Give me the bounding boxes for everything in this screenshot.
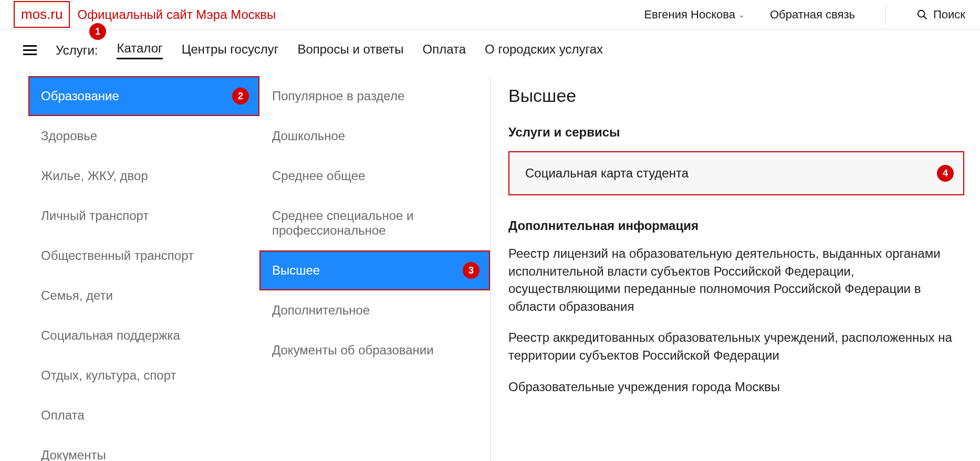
header-right: Евгения Носкова ⌄ Обратная связь Поиск xyxy=(644,4,965,25)
cat-personal-transport[interactable]: Личный транспорт xyxy=(28,196,259,236)
sub-vocational[interactable]: Среднее специальное и профессиональное xyxy=(259,196,490,250)
search-icon xyxy=(916,9,928,20)
cat-social[interactable]: Социальная поддержка xyxy=(28,316,259,355)
info-moscow-edu[interactable]: Образовательные учреждения города Москвы xyxy=(508,378,964,396)
cat-housing[interactable]: Жилье, ЖКУ, двор xyxy=(28,156,259,196)
svg-point-0 xyxy=(918,10,925,17)
chevron-down-icon: ⌄ xyxy=(738,11,745,19)
cat-education[interactable]: Образование 2 xyxy=(28,76,259,116)
services-heading: Услуги и сервисы xyxy=(508,125,964,140)
service-label: Социальная карта студента xyxy=(525,166,689,180)
info-licenses[interactable]: Реестр лицензий на образовательную деяте… xyxy=(508,245,964,315)
cat-health[interactable]: Здоровье xyxy=(28,116,259,156)
nav-item-faq[interactable]: Вопросы и ответы xyxy=(297,42,403,59)
cat-leisure[interactable]: Отдых, культура, спорт xyxy=(28,355,259,395)
feedback-link[interactable]: Обратная связь xyxy=(770,8,855,22)
cat-label: Образование xyxy=(41,89,119,103)
step-badge-2: 2 xyxy=(232,88,249,104)
step-badge-4: 4 xyxy=(937,165,954,182)
svg-line-1 xyxy=(924,16,927,19)
user-name: Евгения Носкова xyxy=(644,8,735,22)
sub-preschool[interactable]: Дошкольное xyxy=(259,116,490,156)
step-badge-3: 3 xyxy=(463,262,479,279)
site-logo[interactable]: mos.ru xyxy=(14,1,70,28)
additional-heading: Дополнительная информация xyxy=(508,218,964,233)
nav-section-label: Услуги: xyxy=(56,43,98,58)
hamburger-icon[interactable] xyxy=(23,45,37,55)
user-dropdown[interactable]: Евгения Носкова ⌄ xyxy=(644,8,745,22)
service-student-card[interactable]: Социальная карта студента 4 xyxy=(508,151,964,195)
sub-additional[interactable]: Дополнительное xyxy=(259,290,490,330)
divider xyxy=(885,4,886,25)
detail-title: Высшее xyxy=(508,86,964,106)
nav-item-payment[interactable]: Оплата xyxy=(423,42,466,59)
category-column: Образование 2 Здоровье Жилье, ЖКУ, двор … xyxy=(28,76,259,461)
catalog-columns: Образование 2 Здоровье Жилье, ЖКУ, двор … xyxy=(0,69,980,461)
site-tagline: Официальный сайт Мэра Москвы xyxy=(77,7,644,22)
search-link[interactable]: Поиск xyxy=(916,8,965,22)
nav-item-centers[interactable]: Центры госуслуг xyxy=(182,42,279,59)
sub-popular[interactable]: Популярное в разделе xyxy=(259,76,490,116)
cat-public-transport[interactable]: Общественный транспорт xyxy=(28,236,259,276)
nav-item-catalog[interactable]: Каталог xyxy=(117,41,162,59)
detail-column: Высшее Услуги и сервисы Социальная карта… xyxy=(491,76,980,461)
search-label: Поиск xyxy=(933,8,965,22)
info-accredited[interactable]: Реестр аккредитованных образовательных у… xyxy=(508,329,964,364)
sub-label: Высшее xyxy=(272,263,320,277)
cat-payment[interactable]: Оплата xyxy=(28,395,259,435)
sub-edudocs[interactable]: Документы об образовании xyxy=(259,330,490,370)
step-badge-1: 1 xyxy=(89,23,106,40)
cat-family[interactable]: Семья, дети xyxy=(28,276,259,316)
subcategory-column: Популярное в разделе Дошкольное Среднее … xyxy=(259,76,491,461)
sub-secondary[interactable]: Среднее общее xyxy=(259,156,490,196)
cat-documents[interactable]: Документы xyxy=(28,435,259,461)
main-nav: Услуги: Каталог Центры госуслуг Вопросы … xyxy=(0,29,980,69)
sub-higher[interactable]: Высшее 3 xyxy=(259,250,490,290)
top-header: mos.ru Официальный сайт Мэра Москвы Евге… xyxy=(0,0,980,29)
nav-item-about[interactable]: О городских услугах xyxy=(485,42,603,59)
